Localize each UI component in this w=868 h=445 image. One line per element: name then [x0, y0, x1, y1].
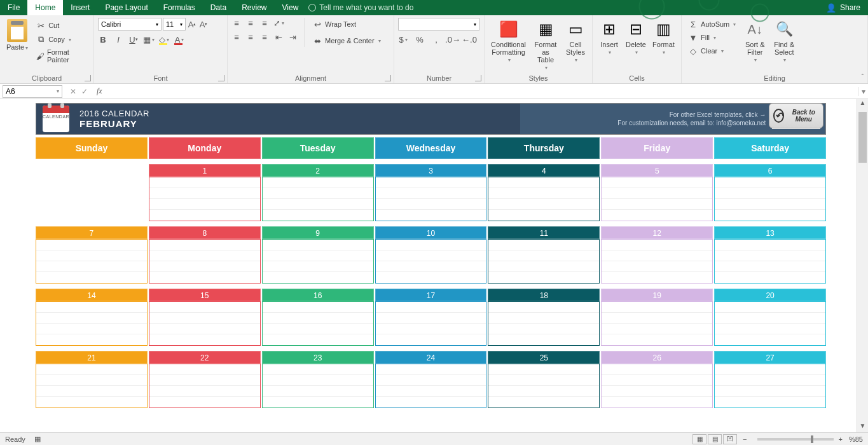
- day-cell[interactable]: 20: [714, 289, 826, 346]
- day-slots[interactable]: [375, 239, 487, 284]
- tell-me[interactable]: Tell me what you want to do: [308, 0, 413, 15]
- dialog-launcher-icon[interactable]: [385, 75, 391, 81]
- tab-data[interactable]: Data: [203, 0, 234, 15]
- enter-formula-icon[interactable]: ✓: [81, 87, 88, 96]
- italic-button[interactable]: I: [113, 34, 123, 44]
- day-cell[interactable]: 8: [149, 226, 261, 284]
- day-cell[interactable]: 16: [262, 289, 374, 346]
- decrease-decimal-icon[interactable]: ←.0: [464, 34, 474, 44]
- day-slots[interactable]: [36, 239, 148, 284]
- tab-insert[interactable]: Insert: [63, 0, 97, 15]
- day-slots[interactable]: [601, 177, 713, 221]
- insert-cells-button[interactable]: ⊞Insert: [596, 18, 622, 57]
- day-cell[interactable]: 11: [488, 226, 600, 284]
- day-slots[interactable]: [488, 364, 600, 408]
- day-cell[interactable]: 22: [149, 351, 261, 408]
- day-slots[interactable]: [149, 364, 261, 408]
- dialog-launcher-icon[interactable]: [218, 75, 224, 81]
- indent-increase-icon[interactable]: ⇥: [287, 32, 298, 42]
- day-slots[interactable]: [36, 301, 148, 346]
- day-cell[interactable]: 24: [375, 351, 487, 408]
- cancel-formula-icon[interactable]: ✕: [70, 87, 76, 96]
- day-cell[interactable]: 10: [375, 226, 487, 284]
- dialog-launcher-icon[interactable]: [475, 75, 481, 81]
- view-normal-button[interactable]: ▦: [692, 434, 706, 444]
- dialog-launcher-icon[interactable]: [85, 75, 91, 81]
- format-cells-button[interactable]: ▥Format: [650, 18, 677, 57]
- tab-review[interactable]: Review: [234, 0, 274, 15]
- day-cell[interactable]: 2: [262, 164, 374, 221]
- align-right-icon[interactable]: ≡: [259, 32, 270, 42]
- paste-button[interactable]: Paste: [4, 18, 31, 72]
- day-slots[interactable]: [714, 301, 826, 346]
- fill-button[interactable]: ▼Fill: [685, 31, 738, 44]
- day-slots[interactable]: [375, 301, 487, 346]
- percent-format-icon[interactable]: %: [415, 34, 425, 44]
- formula-input[interactable]: [106, 85, 858, 98]
- day-cell[interactable]: 7: [36, 226, 148, 284]
- comma-format-icon[interactable]: ,: [431, 34, 441, 44]
- day-slots[interactable]: [488, 239, 600, 284]
- font-size-select[interactable]: 11▾: [163, 18, 186, 31]
- day-slots[interactable]: [375, 177, 487, 221]
- day-cell[interactable]: 12: [601, 226, 713, 284]
- day-slots[interactable]: [262, 301, 374, 346]
- day-slots[interactable]: [714, 177, 826, 221]
- day-cell[interactable]: 3: [375, 164, 487, 221]
- zoom-in-button[interactable]: +: [839, 435, 843, 443]
- zoom-out-button[interactable]: −: [743, 435, 747, 443]
- vertical-scrollbar[interactable]: ▲ ▼: [857, 99, 868, 432]
- zoom-slider[interactable]: [757, 438, 834, 441]
- align-bottom-icon[interactable]: ≡: [259, 18, 270, 28]
- day-cell[interactable]: 27: [714, 351, 826, 408]
- indent-decrease-icon[interactable]: ⇤: [273, 32, 284, 42]
- day-cell[interactable]: 13: [714, 226, 826, 284]
- day-cell[interactable]: 15: [149, 289, 261, 346]
- view-page-break-button[interactable]: 凹: [723, 434, 737, 444]
- day-cell[interactable]: 1: [149, 164, 261, 221]
- align-center-icon[interactable]: ≡: [245, 32, 256, 42]
- day-cell[interactable]: 5: [601, 164, 713, 221]
- macro-record-icon[interactable]: ▦: [34, 435, 41, 443]
- wrap-text-button[interactable]: ↩Wrap Text: [310, 18, 383, 31]
- shrink-font-icon[interactable]: A▾: [198, 19, 209, 29]
- number-format-select[interactable]: ▾: [398, 18, 479, 31]
- format-as-table-button[interactable]: ▦Format as Table: [530, 18, 561, 72]
- align-top-icon[interactable]: ≡: [231, 18, 242, 28]
- align-left-icon[interactable]: ≡: [231, 32, 242, 42]
- fx-icon[interactable]: fx: [97, 86, 102, 96]
- day-slots[interactable]: [149, 301, 261, 346]
- day-slots[interactable]: [714, 239, 826, 284]
- templates-link-text[interactable]: For other Excel templates, click →: [617, 111, 766, 119]
- name-box[interactable]: A6▾: [3, 85, 62, 98]
- autosum-button[interactable]: ΣAutoSum: [685, 18, 738, 31]
- day-cell[interactable]: 17: [375, 289, 487, 346]
- sort-filter-button[interactable]: A↓Sort & Filter: [742, 18, 768, 64]
- day-slots[interactable]: [714, 364, 826, 408]
- border-button[interactable]: ▦: [144, 34, 154, 44]
- day-cell[interactable]: 21: [36, 351, 148, 408]
- tab-file[interactable]: File: [0, 0, 27, 15]
- day-slots[interactable]: [262, 239, 374, 284]
- align-middle-icon[interactable]: ≡: [245, 18, 256, 28]
- day-cell[interactable]: 6: [714, 164, 826, 221]
- tab-formulas[interactable]: Formulas: [156, 0, 203, 15]
- copy-button[interactable]: ⧉Copy: [33, 33, 90, 46]
- tab-page-layout[interactable]: Page Layout: [97, 0, 155, 15]
- day-slots[interactable]: [601, 239, 713, 284]
- clear-button[interactable]: ◇Clear: [685, 44, 738, 57]
- merge-center-button[interactable]: ⬌Merge & Center: [310, 34, 383, 47]
- grow-font-icon[interactable]: A▴: [187, 19, 197, 29]
- back-to-menu-button[interactable]: ↶ Back to Menu: [769, 103, 823, 128]
- bold-button[interactable]: B: [98, 34, 108, 44]
- scroll-thumb[interactable]: [858, 112, 867, 163]
- day-slots[interactable]: [262, 364, 374, 408]
- conditional-formatting-button[interactable]: 🟥Conditional Formatting: [488, 18, 528, 72]
- day-cell[interactable]: 26: [601, 351, 713, 408]
- tab-view[interactable]: View: [275, 0, 307, 15]
- find-select-button[interactable]: 🔍Find & Select: [771, 18, 797, 64]
- expand-formula-bar-icon[interactable]: ▾: [858, 87, 868, 96]
- cut-button[interactable]: ✂Cut: [33, 19, 90, 32]
- day-slots[interactable]: [601, 301, 713, 346]
- day-slots[interactable]: [36, 364, 148, 408]
